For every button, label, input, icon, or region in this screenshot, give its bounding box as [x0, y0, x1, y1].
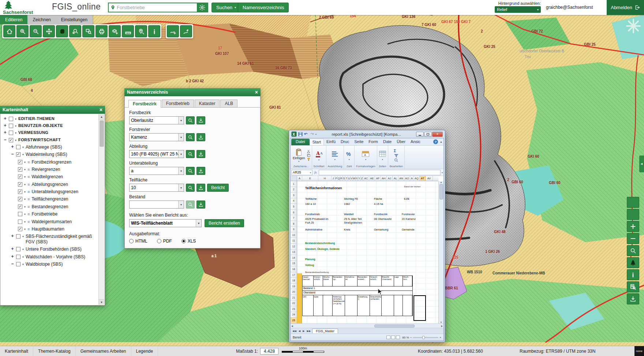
- row-header-24[interactable]: 24: [291, 312, 297, 318]
- sheet-cell[interactable]: Administrative: [305, 228, 322, 231]
- layer-item[interactable]: +▾SBS-Flächenzuständigkeit gemäß FGV (SB…: [2, 233, 97, 246]
- layer-label[interactable]: Forstbezirksgrenzen: [31, 160, 71, 165]
- row-header-17[interactable]: 17: [291, 272, 297, 278]
- layer-checkbox[interactable]: [16, 247, 20, 251]
- collapse-icon[interactable]: −: [3, 138, 7, 142]
- redo-icon[interactable]: [310, 132, 314, 136]
- minimize-ribbon-icon[interactable]: ▲: [440, 140, 442, 143]
- layer-item[interactable]: ✓▾≡Teilflächengrenzen: [2, 195, 97, 203]
- layer-checkbox[interactable]: [16, 262, 20, 266]
- excel-horizontal-scrollbar[interactable]: ◀ ▶: [291, 323, 443, 328]
- close-icon[interactable]: ×: [255, 90, 258, 95]
- row-header-22[interactable]: 22: [291, 300, 297, 306]
- layer-item[interactable]: ✓▾≡Hauptbaumarten: [2, 225, 97, 233]
- layer-label[interactable]: Waldeinteilung (SBS): [26, 152, 67, 157]
- layer-label[interactable]: Waldeigentumsarten: [31, 219, 72, 224]
- layer-label[interactable]: Abteilungsgrenzen: [31, 182, 68, 187]
- dialog-tab-forstbetrieb[interactable]: Forstbetrieb: [162, 100, 194, 107]
- layer-checkbox[interactable]: [16, 145, 20, 149]
- scroll-thumb[interactable]: [374, 325, 415, 327]
- sheet-cell[interactable]: FoA 25: [305, 221, 314, 224]
- column-header-Q[interactable]: Q: [338, 176, 340, 181]
- row-header-20[interactable]: 20: [291, 289, 297, 295]
- layer-checkbox[interactable]: [9, 124, 13, 128]
- sheet-cell[interactable]: Gemarkung: [374, 228, 388, 231]
- layer-checkbox[interactable]: ✓: [18, 167, 22, 172]
- layer-checkbox[interactable]: ✓: [18, 227, 22, 231]
- dialog-tab-forstbezirk[interactable]: Forstbezirk: [128, 100, 161, 108]
- row-header-19[interactable]: 19: [291, 284, 297, 289]
- layer-item[interactable]: +▾VERMESSUNG: [2, 129, 97, 136]
- column-header-J[interactable]: J: [332, 176, 335, 181]
- minus-button[interactable]: [627, 233, 639, 244]
- expand-icon[interactable]: +: [3, 116, 7, 121]
- column-header-AH[interactable]: AH: [381, 176, 387, 181]
- layout-view-icon[interactable]: [391, 336, 395, 339]
- column-header-Z[interactable]: Z: [361, 176, 363, 181]
- tab-zeichnen[interactable]: Zeichnen: [27, 15, 56, 24]
- scroll-up-icon[interactable]: ▲: [99, 114, 104, 120]
- alignment-icon[interactable]: [331, 150, 339, 158]
- tool-button[interactable]: [627, 209, 639, 220]
- chevron-down-icon[interactable]: ▾: [15, 131, 16, 135]
- sheet-cell[interactable]: Waldteil: [344, 213, 353, 216]
- layer-checkbox[interactable]: [16, 234, 20, 239]
- column-header-R[interactable]: R: [340, 176, 343, 181]
- row-header-13[interactable]: 13: [291, 250, 297, 255]
- zoom-in-button[interactable]: [16, 25, 29, 37]
- logout-button[interactable]: Abmelden: [607, 0, 644, 15]
- row-header-18[interactable]: 18: [291, 278, 297, 284]
- column-header-AN[interactable]: AN: [398, 176, 404, 181]
- layer-item[interactable]: ✓▾≡Forstbezirksgrenzen: [2, 158, 97, 166]
- sheet-cell[interactable]: 06 Oberlausitz: [374, 217, 392, 221]
- overview-button[interactable]: [627, 257, 639, 268]
- column-header-W[interactable]: W: [353, 176, 356, 181]
- sheet-cell[interactable]: Gemeinde: [402, 228, 415, 231]
- layer-checkbox[interactable]: ✓: [18, 197, 22, 201]
- excel-tab-ansic[interactable]: Ansic: [408, 139, 423, 145]
- row-header-2[interactable]: 2: [291, 187, 297, 193]
- sheet-cell[interactable]: 25 N. Alter Teil: [344, 217, 362, 221]
- sheet-nav-last-icon[interactable]: ▶▶: [306, 330, 312, 333]
- sheet-cell[interactable]: Forstbezirk: [374, 213, 387, 216]
- info-button[interactable]: [627, 269, 639, 280]
- help-icon[interactable]: ?: [433, 139, 438, 144]
- chevron-down-icon[interactable]: ▾: [24, 175, 26, 179]
- draw-add-button[interactable]: [167, 25, 179, 37]
- layer-label[interactable]: Unterabteilungsgrenzen: [31, 189, 78, 194]
- tab-editieren[interactable]: Editieren: [0, 15, 27, 24]
- row-header-15[interactable]: 15: [291, 261, 297, 267]
- search-input[interactable]: [117, 5, 196, 10]
- expand-icon[interactable]: +: [3, 123, 7, 128]
- excel-tab-einfü[interactable]: Einfü: [324, 139, 338, 145]
- layer-checkbox[interactable]: ✓: [18, 160, 22, 164]
- column-header-AE[interactable]: AE: [369, 176, 375, 181]
- layer-checkbox[interactable]: ✓: [18, 190, 22, 194]
- scale-input[interactable]: 4.428: [260, 348, 278, 355]
- suchen-button[interactable]: Suchen ▾: [211, 3, 241, 12]
- row-header-16[interactable]: 16: [291, 266, 297, 272]
- download-button[interactable]: [627, 293, 639, 304]
- format-radio-pdf[interactable]: PDF: [157, 239, 172, 244]
- report-select[interactable]: WIS-Teilflächenblatt ▾: [129, 219, 202, 227]
- row-header-12[interactable]: 12: [291, 244, 297, 250]
- paste-button[interactable]: Einfügen ▾: [292, 148, 306, 162]
- row-header-23[interactable]: 23: [291, 306, 297, 312]
- chevron-down-icon[interactable]: ▾: [24, 228, 26, 231]
- layer-checkbox[interactable]: ✓: [9, 138, 13, 142]
- layer-label[interactable]: Abfuhrwege (SBS): [26, 145, 62, 150]
- column-header-X[interactable]: X: [356, 176, 358, 181]
- cut-icon[interactable]: [307, 150, 310, 153]
- sheet-cell[interactable]: Bestandesbeschreibung: [305, 271, 329, 273]
- layer-item[interactable]: ✓▾≡Bestandesgrenzen: [2, 203, 97, 210]
- column-header-H[interactable]: H: [318, 176, 332, 181]
- excel-tab-date[interactable]: Date: [381, 139, 394, 145]
- chevron-down-icon[interactable]: ▾: [24, 198, 26, 201]
- save-icon[interactable]: [298, 132, 303, 136]
- layer-item[interactable]: ▾≡Forstbetriebe: [2, 210, 97, 218]
- excel-tab-start[interactable]: Start: [310, 139, 324, 145]
- layer-label[interactable]: BENUTZER-OBJEKTE: [18, 123, 63, 128]
- field-select[interactable]: a▾: [129, 167, 184, 175]
- layer-item[interactable]: +▾Waldschäden - Vorjahre (SBS): [2, 253, 97, 261]
- layer-item[interactable]: −✓▾Waldeinteilung (SBS): [2, 151, 97, 158]
